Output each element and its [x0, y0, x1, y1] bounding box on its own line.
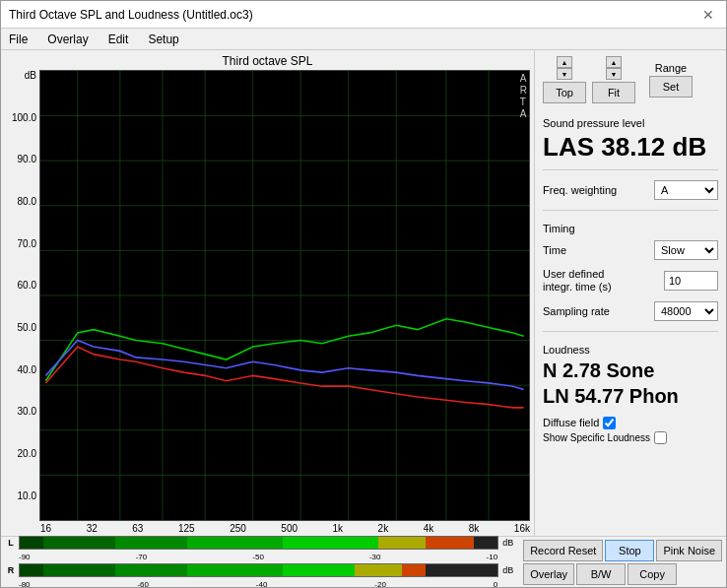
chart-panel: Third octave SPL dB 100.0 90.0 80.0 70.0… [1, 50, 534, 536]
x-tick-4k: 4k [424, 523, 434, 534]
show-specific-checkbox[interactable] [654, 431, 667, 444]
arta-label: ARTA [520, 73, 527, 120]
scale-50: -50 [252, 553, 264, 561]
x-tick-8k: 8k [469, 523, 480, 534]
menu-setup[interactable]: Setup [144, 32, 182, 47]
pink-noise-button[interactable]: Pink Noise [656, 540, 722, 561]
meter-scale-labels-r: -80 -60 -40 -20 0 [5, 580, 513, 589]
time-row: Time Slow Fast Impulse [543, 240, 718, 260]
y-tick-60: 60.0 [18, 280, 36, 291]
set-button[interactable]: Set [649, 76, 693, 98]
scale-r-20: -20 [374, 580, 386, 589]
y-axis: dB 100.0 90.0 80.0 70.0 60.0 50.0 40.0 3… [5, 70, 39, 521]
loudness-options: Diffuse field Show Specific Loudness [543, 415, 718, 446]
action-buttons-row1: Record Reset Stop Pink Noise [523, 540, 722, 561]
scale-r-60: -60 [137, 580, 149, 589]
right-panel: ▲ ▼ Top ▲ ▼ Fit Range Set [534, 50, 726, 536]
top-spinner: ▲ ▼ [557, 56, 572, 80]
show-specific-label: Show Specific Loudness [543, 432, 650, 443]
db-label-l: dB [502, 538, 513, 548]
channel-l-label: L [5, 538, 17, 548]
scale-r-80: -80 [19, 580, 31, 589]
y-tick-80: 80.0 [18, 196, 36, 207]
freq-weighting-select[interactable]: A B C Z [654, 180, 718, 200]
title-bar: Third Octave SPL and Loudness (Untitled.… [1, 1, 726, 29]
top-up-btn[interactable]: ▲ [557, 56, 572, 68]
x-tick-16k: 16k [514, 523, 530, 534]
fit-down-btn[interactable]: ▼ [606, 68, 622, 80]
sampling-rate-row: Sampling rate 44100 48000 96000 [543, 301, 718, 321]
diffuse-field-label: Diffuse field [543, 417, 599, 428]
meter-scale-labels: -90 -70 -50 -30 -10 [5, 553, 513, 561]
y-tick-90: 90.0 [18, 154, 36, 164]
scale-10: -10 [487, 553, 498, 561]
bottom-bar: L dB -90 -70 -50 -30 -10 [1, 536, 726, 587]
meter-row-l: L dB [5, 536, 513, 550]
menu-overlay[interactable]: Overlay [43, 32, 92, 47]
diffuse-field-row: Diffuse field [543, 417, 718, 429]
y-tick-100: 100.0 [12, 112, 36, 123]
sampling-rate-select[interactable]: 44100 48000 96000 [654, 301, 718, 321]
close-button[interactable]: ✕ [698, 5, 718, 25]
freq-weighting-row: Freq. weighting A B C Z [543, 180, 718, 200]
record-reset-button[interactable]: Record Reset [523, 540, 603, 561]
action-buttons-row2: Overlay B/W Copy [523, 563, 722, 585]
content-area: Third octave SPL dB 100.0 90.0 80.0 70.0… [1, 50, 726, 536]
x-tick-63: 63 [132, 523, 143, 534]
loudness-ln-value: LN 54.77 Phon [543, 385, 718, 407]
meter-row-r: R dB [5, 563, 513, 577]
sampling-rate-label: Sampling rate [543, 305, 610, 317]
user-defined-row: User definedintegr. time (s) [543, 268, 718, 294]
menu-edit[interactable]: Edit [104, 32, 133, 47]
x-tick-500: 500 [281, 523, 297, 534]
top-button[interactable]: Top [543, 82, 586, 103]
divider-2 [543, 210, 718, 211]
meter-bar-l [19, 536, 498, 550]
scale-90: -90 [19, 553, 31, 561]
level-meter: L dB -90 -70 -50 -30 -10 [5, 536, 517, 589]
user-defined-input[interactable] [664, 271, 718, 291]
chart-title: Third octave SPL [5, 54, 530, 68]
x-tick-125: 125 [178, 523, 195, 534]
x-axis: 16 32 63 125 250 500 1k 2k 4k 8k 16k [5, 521, 530, 534]
meter-bar-r [19, 563, 498, 577]
chart-svg [40, 71, 529, 520]
x-tick-2k: 2k [378, 523, 389, 534]
channel-r-label: R [5, 565, 17, 575]
bw-button[interactable]: B/W [576, 563, 626, 585]
scale-70: -70 [136, 553, 148, 561]
divider-3 [543, 331, 718, 332]
chart-content[interactable]: ARTA [39, 70, 530, 521]
loudness-section-label: Loudness [543, 344, 718, 356]
freq-weighting-label: Freq. weighting [543, 184, 617, 196]
copy-button[interactable]: Copy [628, 563, 677, 585]
x-tick-250: 250 [230, 523, 246, 534]
y-tick-70: 70.0 [18, 238, 36, 249]
y-tick-40: 40.0 [18, 364, 36, 375]
top-down-btn[interactable]: ▼ [557, 68, 572, 80]
fit-up-btn[interactable]: ▲ [606, 56, 622, 68]
y-tick-10: 10.0 [18, 490, 36, 501]
y-label-db: dB [25, 70, 36, 81]
overlay-button[interactable]: Overlay [523, 563, 574, 585]
menu-file[interactable]: File [5, 32, 32, 47]
stop-button[interactable]: Stop [605, 540, 654, 561]
window-title: Third Octave SPL and Loudness (Untitled.… [9, 8, 253, 22]
divider-1 [543, 169, 718, 170]
spl-value: LAS 38.12 dB [543, 133, 718, 162]
db-label-r: dB [502, 565, 513, 575]
fit-button[interactable]: Fit [592, 82, 635, 103]
loudness-n-value: N 2.78 Sone [543, 359, 718, 381]
y-tick-30: 30.0 [18, 406, 36, 417]
diffuse-field-checkbox[interactable] [603, 417, 616, 429]
time-select[interactable]: Slow Fast Impulse [654, 240, 718, 260]
time-label: Time [543, 244, 566, 256]
scale-30: -30 [369, 553, 381, 561]
show-specific-row: Show Specific Loudness [543, 431, 718, 444]
menu-bar: File Overlay Edit Setup [1, 29, 726, 50]
spl-section-label: Sound pressure level [543, 117, 718, 129]
x-tick-16: 16 [40, 523, 51, 534]
timing-section-label: Timing [543, 223, 718, 234]
user-defined-label: User definedintegr. time (s) [543, 268, 612, 294]
x-tick-32: 32 [87, 523, 98, 534]
